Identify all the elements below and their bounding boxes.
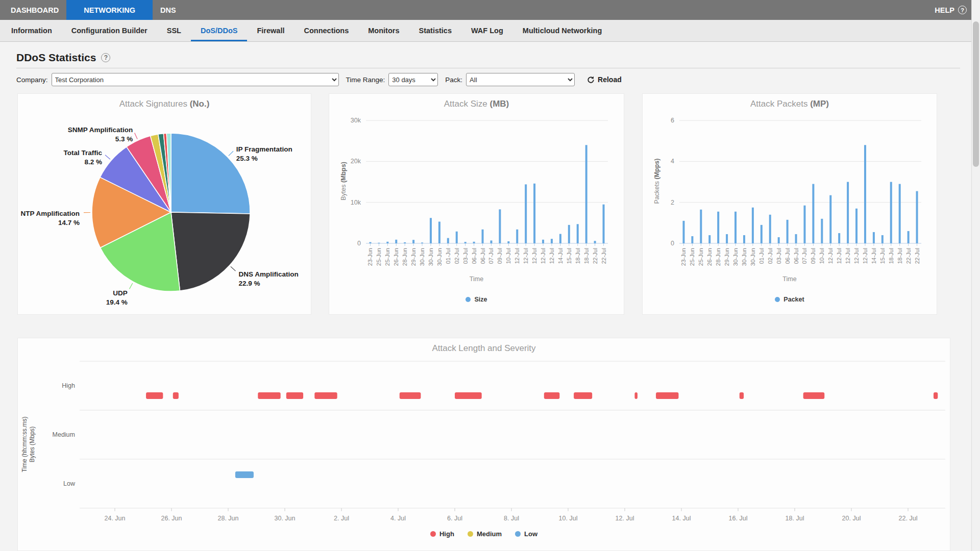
svg-text:NTP Amplification14.7 %: NTP Amplification14.7 %: [20, 210, 80, 227]
legend-item-low[interactable]: Low: [515, 530, 537, 538]
attack-size-x-axis-label: Time: [329, 276, 624, 283]
nav-item-dns[interactable]: DNS: [153, 0, 184, 20]
svg-text:06-Jul: 06-Jul: [793, 248, 799, 264]
company-select[interactable]: Test Corporation: [52, 73, 339, 86]
svg-text:12-Jul: 12-Jul: [531, 248, 537, 264]
attack-length-severity-chart[interactable]: HighMediumLow24. Jun26. Jun28. Jun30. Ju…: [18, 338, 950, 528]
top-nav: DASHBOARD NETWORKING DNS HELP ?: [0, 0, 980, 20]
scrollbar-thumb[interactable]: [973, 21, 979, 167]
svg-text:09-Jul: 09-Jul: [497, 248, 503, 264]
svg-text:26-Jun: 26-Jun: [393, 248, 399, 266]
svg-text:22-Jul: 22-Jul: [592, 248, 598, 264]
svg-text:Low: Low: [63, 480, 76, 487]
tab-configuration-builder[interactable]: Configuration Builder: [62, 20, 157, 41]
size-legend-dot: [465, 297, 471, 302]
svg-text:12-Jul: 12-Jul: [827, 248, 834, 264]
svg-text:06-Jul: 06-Jul: [480, 248, 486, 264]
tab-monitors[interactable]: Monitors: [358, 20, 409, 41]
svg-text:10-Jul: 10-Jul: [505, 248, 511, 264]
svg-text:6: 6: [671, 117, 674, 124]
svg-text:12-Jul: 12-Jul: [549, 248, 555, 264]
svg-text:23-Jun: 23-Jun: [680, 248, 687, 266]
page-help-icon[interactable]: ?: [101, 53, 110, 62]
svg-text:4. Jul: 4. Jul: [390, 515, 406, 522]
svg-text:12-Jul: 12-Jul: [862, 248, 868, 264]
svg-text:10k: 10k: [351, 199, 361, 206]
svg-text:12-Jul: 12-Jul: [540, 248, 546, 264]
svg-text:15-Jul: 15-Jul: [879, 248, 886, 264]
high-legend-dot: [430, 531, 436, 537]
attack-packets-legend[interactable]: Packet: [643, 296, 937, 303]
svg-text:25-Jun: 25-Jun: [384, 248, 390, 266]
tab-information[interactable]: Information: [2, 20, 62, 41]
help-button[interactable]: HELP ?: [935, 0, 967, 20]
svg-text:26-Jun: 26-Jun: [706, 248, 713, 266]
svg-text:20. Jul: 20. Jul: [842, 515, 861, 522]
attack-packets-bar-chart[interactable]: 024623-Jun25-Jun25-Jun26-Jun28-Jun29-Jun…: [643, 94, 937, 273]
ddos-statistics-screen: DASHBOARD NETWORKING DNS HELP ? Informat…: [0, 0, 980, 551]
svg-text:DNS Amplification22.9 %: DNS Amplification22.9 %: [238, 270, 298, 287]
svg-text:25-Jun: 25-Jun: [698, 248, 704, 266]
svg-text:24. Jun: 24. Jun: [104, 515, 125, 522]
svg-text:30-Jun: 30-Jun: [741, 248, 747, 266]
help-label: HELP: [935, 6, 954, 14]
svg-text:02-Jul: 02-Jul: [454, 248, 460, 264]
svg-text:14-Jul: 14-Jul: [871, 248, 877, 264]
pack-select[interactable]: All: [466, 73, 575, 86]
svg-text:23-Jun: 23-Jun: [367, 248, 373, 266]
tab-waf-log[interactable]: WAF Log: [461, 20, 513, 41]
nav-item-dashboard[interactable]: DASHBOARD: [3, 0, 66, 20]
legend-item-high[interactable]: High: [430, 530, 454, 538]
attack-signatures-pie-chart[interactable]: IP Fragmentation25.3 %DNS Amplification2…: [18, 94, 311, 314]
svg-text:15-Jul: 15-Jul: [566, 248, 572, 264]
svg-text:26. Jun: 26. Jun: [161, 515, 182, 522]
svg-text:03-Jul: 03-Jul: [776, 248, 782, 264]
svg-text:6. Jul: 6. Jul: [447, 515, 462, 522]
svg-text:IP Fragmentation25.3 %: IP Fragmentation25.3 %: [236, 145, 292, 162]
svg-text:28-Jun: 28-Jun: [402, 248, 408, 266]
svg-text:06-Jul: 06-Jul: [471, 248, 477, 264]
svg-text:20k: 20k: [351, 158, 361, 165]
tab-dos-ddos[interactable]: DoS/DDoS: [191, 20, 248, 41]
tab-connections[interactable]: Connections: [294, 20, 358, 41]
svg-text:18. Jul: 18. Jul: [786, 515, 804, 522]
svg-text:Medium: Medium: [53, 431, 75, 438]
svg-text:Total Traffic8.2 %: Total Traffic8.2 %: [63, 149, 102, 166]
svg-text:30. Jun: 30. Jun: [274, 515, 295, 522]
svg-text:28. Jun: 28. Jun: [217, 515, 238, 522]
svg-text:12-Jul: 12-Jul: [836, 248, 842, 264]
legend-item-medium[interactable]: Medium: [468, 530, 502, 538]
attack-signatures-panel: Attack Signatures (No.) IP Fragmentation…: [17, 93, 311, 315]
svg-text:16. Jul: 16. Jul: [729, 515, 748, 522]
svg-text:14-Jul: 14-Jul: [557, 248, 564, 264]
svg-text:12-Jul: 12-Jul: [514, 248, 520, 264]
svg-text:22. Jul: 22. Jul: [899, 515, 918, 522]
svg-text:12-Jul: 12-Jul: [523, 248, 529, 264]
svg-text:01-Jul: 01-Jul: [758, 248, 765, 264]
reload-button[interactable]: Reload: [587, 76, 622, 84]
svg-text:30-Jun: 30-Jun: [436, 248, 443, 266]
svg-text:18-Jul: 18-Jul: [888, 248, 894, 264]
svg-text:29-Jun: 29-Jun: [724, 248, 730, 266]
tab-multicloud-networking[interactable]: Multicloud Networking: [513, 20, 611, 41]
tab-ssl[interactable]: SSL: [157, 20, 191, 41]
reload-icon: [587, 76, 595, 84]
filter-bar: Company: Test Corporation Time Range: 30…: [16, 72, 622, 87]
svg-text:18-Jul: 18-Jul: [583, 248, 590, 264]
svg-text:18-Jul: 18-Jul: [897, 248, 903, 264]
tab-statistics[interactable]: Statistics: [409, 20, 461, 41]
medium-legend-dot: [468, 531, 473, 537]
time-range-select[interactable]: 30 days: [388, 73, 438, 86]
attack-size-bar-chart[interactable]: 010k20k30k23-Jun25-Jun25-Jun26-Jun28-Jun…: [329, 94, 624, 273]
svg-text:03-Jul: 03-Jul: [462, 248, 469, 264]
attack-length-severity-panel: Attack Length and Severity Time (hh:mm:s…: [17, 338, 950, 551]
svg-text:10. Jul: 10. Jul: [559, 515, 578, 522]
attack-size-legend[interactable]: Size: [329, 296, 624, 303]
scrollbar[interactable]: [971, 0, 980, 551]
svg-text:4: 4: [671, 158, 674, 165]
svg-text:30-Jun: 30-Jun: [419, 248, 425, 266]
attack-packets-x-axis-label: Time: [643, 276, 937, 283]
tab-firewall[interactable]: Firewall: [247, 20, 294, 41]
company-label: Company:: [16, 76, 48, 84]
nav-item-networking[interactable]: NETWORKING: [66, 0, 153, 20]
